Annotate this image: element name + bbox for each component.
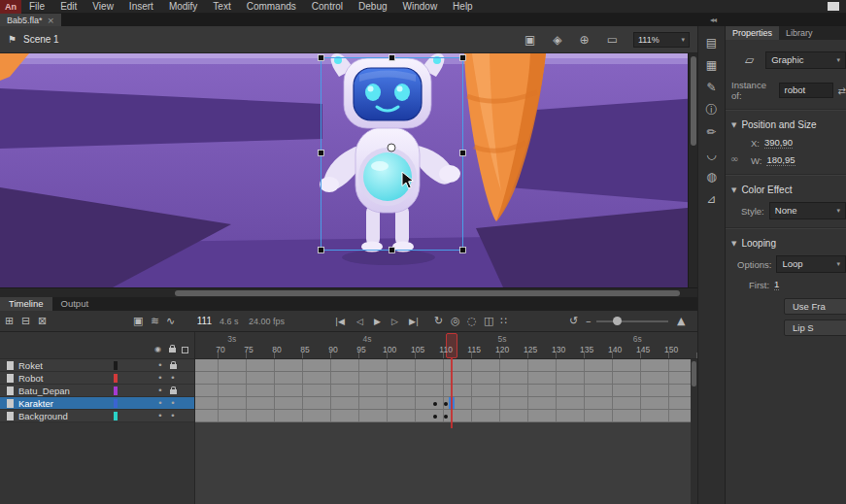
layer-lock-dot[interactable]: • [168,372,178,385]
menu-item-insert[interactable]: Insert [121,0,161,14]
menu-item-modify[interactable]: Modify [161,0,205,14]
loop-options-dropdown[interactable]: Loop ▾ [776,255,846,273]
frame-row-robot[interactable] [195,372,697,385]
layer-row-robot[interactable]: Robot•• [0,372,194,385]
layer-row-karakter[interactable]: Karakter•• [0,397,194,410]
current-frame-indicator[interactable]: 111 [188,311,212,332]
keyframe-marker[interactable] [433,402,437,406]
symbol-type-dropdown[interactable]: Graphic ▾ [765,51,846,69]
scene-breadcrumb[interactable]: Scene 1 [23,34,59,45]
instance-name-field[interactable]: robot [779,83,833,98]
modify-markers-button[interactable]: ∷ [500,311,507,332]
go-to-last-frame-button[interactable]: ▶| [409,311,419,332]
layer-row-batu_depan[interactable]: Batu_Depan• [0,385,194,397]
reset-timeline-zoom-button[interactable]: ↺ [569,311,578,332]
edit-multiple-frames-button[interactable]: ◫ [484,311,493,332]
fill-stage-icon[interactable]: ◈ [553,26,561,53]
layer-row-roket[interactable]: Roket• [0,359,194,372]
swap-symbol-icon[interactable]: ⇄ [838,85,846,96]
menu-item-text[interactable]: Text [205,0,238,14]
ruler-panel-icon[interactable]: ✎ [702,79,722,96]
zoom-out-timeline-button[interactable]: – [586,311,592,332]
frame-row-roket[interactable] [195,359,697,372]
selection-handle[interactable] [389,248,395,253]
menu-item-help[interactable]: Help [445,0,481,14]
layer-depth-button[interactable]: ≋ [151,311,159,332]
camera-panel-icon[interactable]: ▤ [702,34,722,51]
section-looping[interactable]: ▼ Looping [726,234,846,252]
scrollbar-thumb[interactable] [692,361,696,386]
keyframe-marker[interactable] [444,402,448,406]
step-back-button[interactable]: ◁ [356,311,363,332]
timeline-zoom-slider[interactable] [596,320,668,322]
frame-view-button[interactable]: ▲ [677,311,685,332]
timeline-vertical-scrollbar[interactable] [691,359,697,504]
loop-playback-button[interactable]: ↻ [434,311,443,332]
lip-syncing-button[interactable]: Lip S [784,319,846,336]
layer-visibility-dot[interactable]: • [155,410,165,422]
section-position-size[interactable]: ▼ Position and Size [726,116,846,134]
layer-lock-dot[interactable]: • [168,397,178,410]
keyframe-marker[interactable] [433,415,437,419]
stage-vertical-scrollbar[interactable] [688,53,697,287]
scrollbar-thumb[interactable] [691,56,696,146]
constrain-link-icon[interactable]: ∞ [730,153,738,164]
menu-item-window[interactable]: Window [395,0,446,14]
x-value-field[interactable]: 390,90 [764,137,793,149]
onion-skin-outlines-button[interactable]: ◌ [467,311,477,332]
tab-output[interactable]: Output [52,297,98,311]
first-frame-field[interactable]: 1 [774,279,779,290]
onion-skin-button[interactable]: ◎ [451,311,460,332]
lock-all-layers-icon[interactable] [169,348,176,353]
delete-layer-button[interactable]: ⊠ [38,311,47,332]
brush-panel-icon[interactable]: ✏ [702,123,722,141]
style-dropdown[interactable]: None ▾ [769,202,846,219]
document-tab[interactable]: Bab5.fla* × [0,14,61,26]
stage-area[interactable] [0,53,697,287]
stage-canvas[interactable] [0,53,697,287]
selection-handle[interactable] [460,151,466,156]
info-panel-icon[interactable]: ⓘ [702,101,722,118]
layer-visibility-dot[interactable]: • [155,385,165,397]
section-color-effect[interactable]: ▼ Color Effect [726,181,846,199]
selection-handle[interactable] [319,151,324,156]
selection-handle[interactable] [460,248,466,253]
menu-item-debug[interactable]: Debug [351,0,394,14]
frame-rate[interactable]: 24.00 fps [249,311,285,332]
step-forward-button[interactable]: ▷ [391,311,398,332]
timeline-zoom-knob[interactable] [613,317,622,325]
add-camera-button[interactable]: ▣ [133,311,143,332]
layer-lock-dot[interactable]: • [168,410,178,422]
layer-lock-icon[interactable] [170,364,177,369]
menu-item-file[interactable]: File [21,0,52,14]
align-panel-icon[interactable]: ▦ [702,56,722,74]
selection-handle[interactable] [460,55,466,61]
play-button[interactable]: ▶ [374,311,381,332]
w-value-field[interactable]: 180,95 [766,154,795,166]
layer-row-background[interactable]: Background•• [0,410,194,422]
outline-all-layers-icon[interactable] [182,347,188,353]
tab-library[interactable]: Library [779,26,820,40]
use-frame-picker-button[interactable]: Use Fra [784,298,846,315]
selection-handle[interactable] [319,55,324,61]
frame-row-batu_depan[interactable] [195,385,697,397]
tab-timeline[interactable]: Timeline [0,297,52,311]
frame-ruler[interactable]: 3s4s5s6s70758085909510010511011512012513… [195,332,697,359]
web-panel-icon[interactable]: ◍ [702,168,722,185]
show-hide-all-layers-icon[interactable]: ◉ [154,345,161,353]
new-layer-button[interactable]: ⊞ [5,311,14,332]
frame-row-background[interactable] [195,410,697,422]
keyframe-marker[interactable] [444,415,448,419]
show-graph-button[interactable]: ∿ [166,311,175,332]
playhead-line[interactable] [451,358,453,428]
go-to-first-frame-button[interactable]: |◀ [335,311,345,332]
app-logo[interactable]: An [0,0,21,14]
frame-row-karakter[interactable] [195,397,697,410]
selection-handle[interactable] [319,248,324,253]
menu-item-commands[interactable]: Commands [239,0,304,14]
graph-panel-icon[interactable]: ⊿ [702,190,722,208]
menu-item-edit[interactable]: Edit [52,0,85,14]
workspace-icon[interactable] [828,2,839,11]
new-folder-button[interactable]: ⊟ [21,311,30,332]
center-stage-icon[interactable]: ⊕ [580,26,590,53]
